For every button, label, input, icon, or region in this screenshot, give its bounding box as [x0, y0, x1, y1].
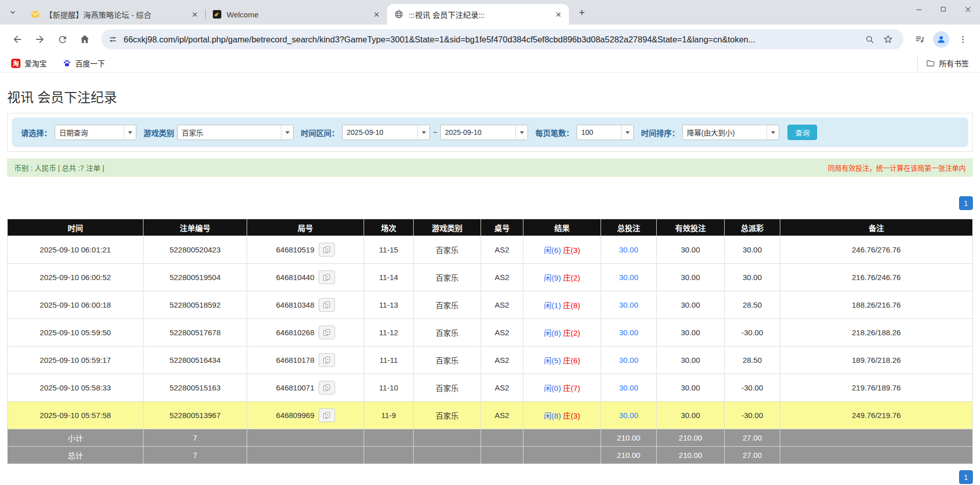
total-bet-link[interactable]: 30.00: [619, 328, 638, 337]
forward-icon[interactable]: [30, 30, 50, 49]
taobao-icon: 淘: [11, 59, 20, 68]
date-separator: ~: [433, 128, 437, 136]
round-detail-cards-button[interactable]: [319, 298, 335, 312]
tab-close-icon[interactable]: [371, 9, 382, 20]
subtotal-row-cell-7: 210.00: [601, 429, 657, 447]
total-row-cell-8: 210.00: [657, 447, 725, 464]
column-header: 总投注: [601, 219, 657, 236]
bet-time-cell: 2025-09-10 05:59:50: [8, 319, 144, 347]
total-bet-link[interactable]: 30.00: [619, 411, 638, 420]
bookmark-baidu[interactable]: 百度一下: [58, 56, 109, 71]
reload-icon[interactable]: [53, 30, 72, 49]
total-row-cell-1: 7: [144, 447, 247, 464]
url-text[interactable]: 66cxkj98.com/ipl/portal.php/game/betreco…: [124, 35, 859, 44]
subtotal-row-cell-3: [364, 429, 414, 447]
chevron-down-icon[interactable]: [767, 125, 779, 140]
round-detail-cards-button[interactable]: [319, 353, 335, 367]
total-bet-link[interactable]: 30.00: [619, 356, 638, 364]
result-cell: 闲(5) 庄(6): [523, 347, 601, 374]
bet-record-table: 时间注单编号局号场次游戏类别桌号结果总投注有效投注总派彩备注 2025-09-1…: [7, 219, 973, 464]
home-icon[interactable]: [75, 30, 94, 49]
menu-dots-icon[interactable]: [953, 30, 972, 49]
tab-close-icon[interactable]: [189, 9, 200, 20]
query-type-select[interactable]: 日期查询: [55, 125, 136, 140]
table-no-cell: AS2: [481, 402, 523, 429]
total-bet-link[interactable]: 30.00: [619, 301, 638, 309]
valid-bet-cell: 30.00: [657, 264, 725, 291]
time-sort-select[interactable]: 降幂(由大到小): [682, 125, 779, 140]
total-bet-cell: 30.00: [601, 264, 657, 291]
chevron-down-icon[interactable]: [417, 125, 429, 140]
tab-bet-record[interactable]: :::视讯 会员下注纪录:::: [387, 4, 569, 25]
bet-time-cell: 2025-09-10 06:01:21: [8, 236, 144, 264]
query-button[interactable]: 查询: [787, 125, 817, 140]
chevron-down-icon[interactable]: [281, 125, 293, 140]
total-bet-link[interactable]: 30.00: [619, 273, 638, 282]
date-from-select[interactable]: 2025-09-10: [342, 125, 430, 140]
total-row-cell-2: [247, 447, 364, 464]
bet-row: 2025-09-10 05:59:50522800517678646810268…: [8, 319, 973, 347]
url-bar[interactable]: 66cxkj98.com/ipl/portal.php/game/betreco…: [101, 29, 903, 50]
all-bookmarks-label: 所有书签: [939, 58, 969, 68]
bet-time-cell: 2025-09-10 06:00:18: [8, 291, 144, 319]
profile-avatar[interactable]: [933, 31, 949, 48]
round-id-group: 646810268: [247, 326, 364, 339]
round-detail-cards-button[interactable]: [319, 326, 335, 339]
chevron-down-icon[interactable]: [515, 125, 528, 140]
session-cell: 11-13: [364, 291, 414, 319]
maximize-icon[interactable]: [931, 0, 955, 18]
site-settings-icon[interactable]: [108, 35, 117, 44]
chevron-down-icon[interactable]: [124, 125, 136, 140]
remark-cell: 218.26/188.26: [780, 319, 973, 347]
session-cell: 11-11: [364, 347, 414, 374]
all-bookmarks-button[interactable]: 所有书签: [917, 56, 973, 71]
tab-forum[interactable]: 【新提醒】海燕策略论坛 - 综合: [23, 4, 205, 25]
filter-panel: 请选择： 日期查询 游戏类别 百家乐 时间区间： 2025-09-10 ~ 20…: [7, 113, 973, 152]
date-to-value: 2025-09-10: [441, 128, 515, 136]
round-id-cell: 646809969: [247, 402, 364, 429]
round-detail-cards-button[interactable]: [319, 381, 335, 395]
payout-cell: 30.00: [725, 236, 780, 264]
subtotal-row-cell-4: [414, 429, 481, 447]
close-window-icon[interactable]: [955, 0, 980, 18]
bookmark-star-icon[interactable]: [880, 31, 896, 48]
date-to-select[interactable]: 2025-09-10: [440, 125, 528, 140]
browser-tab-strip: 【新提醒】海燕策略论坛 - 综合 Welcome :::视讯 会员下注纪录:::: [0, 0, 980, 25]
bookmark-aitaobao[interactable]: 淘 爱淘宝: [7, 56, 51, 71]
round-detail-cards-button[interactable]: [319, 243, 335, 257]
chevron-down-icon[interactable]: [621, 125, 633, 140]
result-cell: 闲(1) 庄(8): [523, 291, 601, 319]
round-id-value: 646810440: [276, 273, 314, 282]
media-control-icon[interactable]: [910, 30, 929, 49]
round-detail-cards-button[interactable]: [319, 408, 335, 422]
result-cell: 闲(9) 庄(2): [523, 264, 601, 291]
page-1-button[interactable]: 1: [959, 196, 973, 210]
new-tab-icon[interactable]: [574, 5, 589, 20]
tab-close-icon[interactable]: [553, 9, 564, 20]
remark-cell: 219.76/189.76: [780, 374, 973, 402]
game-type-label: 游戏类别: [144, 127, 174, 138]
result-banker: 庄(3): [563, 246, 580, 255]
subtotal-row-cell-2: [247, 429, 364, 447]
zoom-icon[interactable]: [862, 31, 878, 48]
tab-welcome[interactable]: Welcome: [205, 4, 387, 25]
total-bet-link[interactable]: 30.00: [619, 245, 638, 254]
column-header: 桌号: [481, 219, 523, 236]
tab-search-chevron-icon[interactable]: [5, 5, 20, 20]
minimize-icon[interactable]: [906, 0, 931, 18]
back-icon[interactable]: [8, 30, 27, 49]
time-sort-value: 降幂(由大到小): [683, 127, 767, 137]
total-bet-cell: 30.00: [601, 402, 657, 429]
valid-bet-cell: 30.00: [657, 347, 725, 374]
bet-row: 2025-09-10 06:01:21522800520423646810519…: [8, 236, 973, 264]
game-type-cell: 百家乐: [414, 374, 481, 402]
page-size-select[interactable]: 100: [577, 125, 634, 140]
bet-time-cell: 2025-09-10 06:00:52: [8, 264, 144, 291]
page-1-button[interactable]: 1: [959, 470, 973, 484]
result-player: 闲(8): [544, 411, 561, 420]
remark-cell: 216.76/246.76: [780, 264, 973, 291]
total-bet-link[interactable]: 30.00: [619, 383, 638, 392]
game-type-select[interactable]: 百家乐: [177, 125, 294, 140]
column-header: 场次: [364, 219, 414, 236]
round-detail-cards-button[interactable]: [319, 270, 335, 284]
